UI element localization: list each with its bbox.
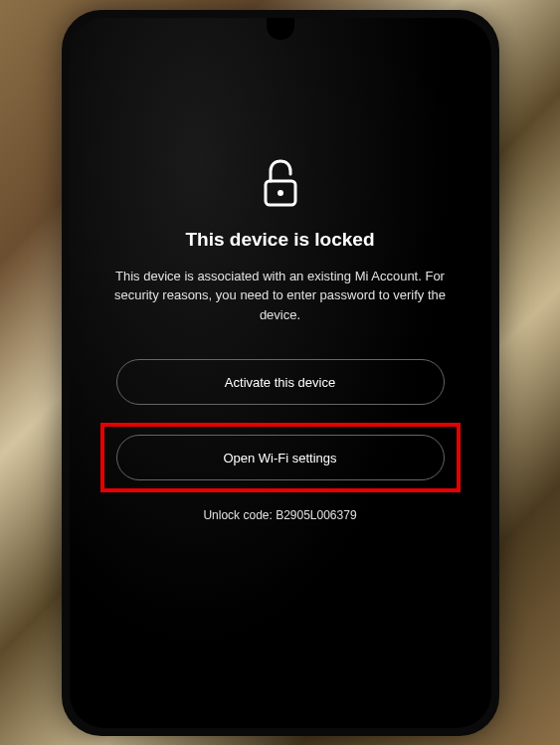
lock-description: This device is associated with an existi… bbox=[70, 267, 491, 325]
activate-device-button[interactable]: Activate this device bbox=[116, 359, 445, 405]
screen-notch bbox=[267, 18, 294, 40]
lock-title: This device is locked bbox=[185, 229, 374, 251]
svg-point-1 bbox=[278, 190, 283, 196]
open-wifi-settings-button[interactable]: Open Wi-Fi settings bbox=[116, 435, 445, 480]
phone-screen: This device is locked This device is ass… bbox=[70, 18, 491, 728]
annotation-highlight: Open Wi-Fi settings bbox=[100, 423, 461, 492]
unlock-code-text: Unlock code: B2905L006379 bbox=[203, 508, 356, 522]
phone-frame: This device is locked This device is ass… bbox=[62, 10, 499, 736]
unlock-icon bbox=[260, 157, 301, 209]
